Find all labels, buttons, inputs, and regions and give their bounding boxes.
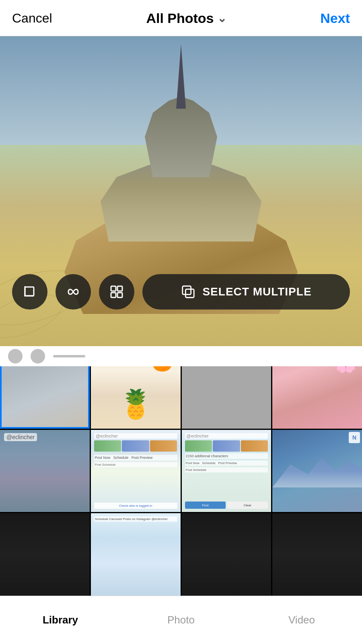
- cell-4-label: @eclincher: [4, 433, 37, 441]
- svg-rect-8: [186, 289, 194, 297]
- photo-grid: 🍊 @eclincher @eclincher Post Now Schedul…: [0, 346, 362, 596]
- n-badge: N: [349, 432, 360, 443]
- next-button[interactable]: Next: [320, 10, 350, 26]
- nav-library-label: Library: [43, 614, 78, 626]
- icon-line: [53, 355, 85, 357]
- sc-img-blue: [122, 440, 149, 452]
- bottom-nav: Library Photo Video: [0, 596, 362, 644]
- sc-img-orange-6: [241, 440, 268, 452]
- album-selector[interactable]: All Photos ⌄: [146, 10, 226, 26]
- icon-circle-2: [31, 349, 45, 363]
- svg-rect-7: [183, 286, 191, 295]
- nav-photo-label: Photo: [167, 614, 195, 626]
- select-multiple-label: SELECT MULTIPLE: [202, 285, 311, 298]
- header-divider: [0, 36, 362, 36]
- grid-cell-11[interactable]: [272, 513, 362, 596]
- sc-img-orange: [150, 440, 177, 452]
- sc-confirm-5: Check who is logged in: [94, 503, 177, 509]
- svg-rect-6: [117, 293, 122, 297]
- cancel-button[interactable]: Cancel: [12, 11, 52, 26]
- sc-text-6: Post Now Schedule Post Preview: [185, 460, 268, 466]
- sc-subtext-6: Post Schedule: [185, 467, 268, 473]
- sc-images-6: [185, 440, 268, 452]
- infinity-icon: [65, 284, 81, 300]
- grid-cell-4[interactable]: @eclincher: [0, 430, 90, 512]
- sc-images-5: [94, 440, 177, 452]
- svg-rect-5: [111, 293, 116, 297]
- nav-library[interactable]: Library: [0, 614, 121, 626]
- sc-char-6: 2150 additional characters: [185, 453, 268, 459]
- chevron-down-icon: ⌄: [217, 12, 226, 25]
- screenshot-content-5: @eclincher Post Now Schedule Post Previe…: [91, 430, 181, 512]
- svg-rect-3: [111, 286, 116, 291]
- icon-circle-1: [8, 349, 23, 363]
- select-multiple-button[interactable]: SELECT MULTIPLE: [142, 274, 350, 310]
- sc-subtext-5: Post Schedule: [94, 462, 177, 467]
- sc-label-6: @eclincher: [185, 433, 268, 439]
- screenshot-content-6: @eclincher 2150 additional characters Po…: [182, 430, 272, 512]
- header: Cancel All Photos ⌄ Next: [0, 0, 362, 36]
- sc-img-blue-6: [213, 440, 240, 452]
- select-multiple-icon: [181, 284, 196, 299]
- grid-cell-6[interactable]: @eclincher 2150 additional characters Po…: [182, 430, 272, 512]
- nav-video-label: Video: [288, 614, 315, 626]
- sc-bar-6: Post Clear: [185, 502, 268, 509]
- grid-cell-7[interactable]: N: [272, 430, 362, 512]
- grid-cell-8[interactable]: [0, 513, 90, 596]
- grid-header-icons: [0, 346, 362, 366]
- sc-post-btn: Post: [185, 502, 226, 509]
- island-spire: [176, 44, 186, 109]
- nav-photo[interactable]: Photo: [121, 614, 241, 626]
- sc-img-green: [94, 440, 121, 452]
- grid-cell-9[interactable]: Schedule Carousel Posts on Instagram @ec…: [91, 513, 181, 596]
- sc-text-5: Post Now Schedule Post Preview: [94, 455, 177, 460]
- toolbar: SELECT MULTIPLE: [0, 270, 362, 314]
- screenshot-content-9: Schedule Carousel Posts on Instagram @ec…: [91, 513, 181, 596]
- svg-rect-4: [117, 286, 122, 291]
- sc-clear-btn: Clear: [227, 502, 268, 509]
- album-title-text: All Photos: [146, 10, 214, 26]
- svg-rect-0: [25, 287, 34, 296]
- grid-cell-5[interactable]: @eclincher Post Now Schedule Post Previe…: [91, 430, 181, 512]
- crop-button[interactable]: [12, 274, 47, 310]
- layout-button[interactable]: [99, 274, 134, 310]
- nav-video[interactable]: Video: [241, 614, 362, 626]
- layout-icon: [109, 284, 125, 300]
- grid-cell-10[interactable]: [182, 513, 272, 596]
- sc-img-green-6: [185, 440, 212, 452]
- sc-carousel-text: Schedule Carousel Posts on Instagram @ec…: [94, 516, 177, 522]
- sc-label-5: @eclincher: [94, 433, 177, 439]
- crop-icon: [22, 284, 38, 300]
- boomerang-button[interactable]: [56, 274, 91, 310]
